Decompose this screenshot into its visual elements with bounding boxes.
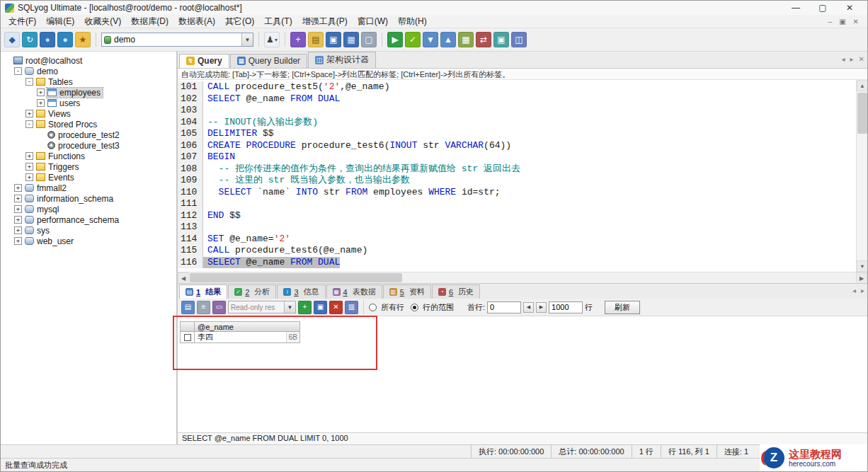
result-tab-history[interactable]: ◔6 历史 bbox=[432, 284, 480, 299]
tab-scroll-left-icon[interactable]: ◂ bbox=[842, 55, 845, 63]
tree-item-functions[interactable]: +Functions bbox=[1, 151, 176, 161]
scroll-left-icon[interactable]: ◀ bbox=[178, 272, 189, 284]
editor-line[interactable]: 101CALL procedure_test5('2',@e_name) bbox=[178, 81, 867, 93]
result-tab-results[interactable]: ▤1 结果 bbox=[179, 284, 227, 299]
editor-line[interactable]: 116SELECT @e_name FROM DUAL bbox=[178, 257, 867, 269]
form-view-icon[interactable]: ▭ bbox=[212, 301, 226, 314]
expand-icon[interactable]: + bbox=[37, 99, 45, 107]
tree-item-table-users[interactable]: +users bbox=[1, 98, 176, 108]
result-tab-objects[interactable]: ▥5 资料 bbox=[383, 284, 431, 299]
tree-item-proc-procedure-test2[interactable]: procedure_test2 bbox=[1, 129, 176, 140]
save-session-icon[interactable]: ● bbox=[57, 32, 73, 47]
row-count-input[interactable] bbox=[549, 301, 583, 313]
user-manager-icon[interactable]: ♟▾ bbox=[264, 32, 280, 47]
tree-item-db-information-schema[interactable]: +information_schema bbox=[1, 193, 176, 204]
mdi-close-icon[interactable]: ✕ bbox=[853, 18, 859, 25]
open-session-icon[interactable]: ● bbox=[40, 32, 55, 47]
menu-item[interactable]: 其它(O) bbox=[220, 15, 259, 28]
explain-query-icon[interactable]: ✓ bbox=[405, 32, 421, 47]
tab-query[interactable]: ↯Query bbox=[179, 54, 229, 68]
editor-line[interactable]: 108 -- 把你传进来的值作为条件，查询出的结果再重新赋值给 str 返回出去 bbox=[178, 163, 867, 175]
open-query-icon[interactable]: ▤ bbox=[308, 32, 324, 47]
expand-icon[interactable]: + bbox=[14, 226, 22, 234]
save-query-icon[interactable]: ▣ bbox=[326, 32, 341, 47]
new-query-icon[interactable]: + bbox=[290, 32, 306, 47]
tab-scroll-right-icon[interactable]: ▸ bbox=[861, 287, 864, 294]
expand-icon[interactable]: + bbox=[25, 163, 33, 171]
mdi-minimize-icon[interactable]: – bbox=[828, 18, 833, 25]
expand-icon[interactable]: + bbox=[25, 110, 33, 117]
row-select-cell[interactable] bbox=[180, 332, 194, 343]
menu-item[interactable]: 文件(F) bbox=[4, 15, 41, 28]
tab-schema-designer[interactable]: ◫架构设计器 bbox=[308, 52, 376, 68]
editor-line[interactable]: 103 bbox=[178, 105, 867, 117]
spin-right-icon[interactable]: ▶ bbox=[536, 302, 547, 313]
maximize-icon[interactable]: ▢ bbox=[818, 3, 828, 13]
menu-item[interactable]: 帮助(H) bbox=[393, 15, 432, 28]
copy-icon[interactable]: ▢ bbox=[361, 32, 377, 47]
tree-item-stored-procs[interactable]: -Stored Procs bbox=[1, 119, 176, 129]
scroll-down-icon[interactable]: ▼ bbox=[857, 260, 867, 272]
expand-icon[interactable]: + bbox=[37, 88, 45, 96]
menu-item[interactable]: 数据表(A) bbox=[173, 15, 220, 28]
insert-row-icon[interactable]: + bbox=[298, 301, 312, 314]
editor-line[interactable]: 107BEGIN bbox=[178, 151, 867, 163]
expand-icon[interactable]: + bbox=[14, 184, 22, 192]
sql-editor[interactable]: 101CALL procedure_test5('2',@e_name)102S… bbox=[178, 80, 867, 272]
database-select[interactable]: demo ▼ bbox=[101, 33, 253, 47]
scroll-right-icon[interactable]: ▶ bbox=[856, 272, 867, 284]
favorites-icon[interactable]: ★ bbox=[75, 32, 91, 47]
tab-scroll-right-icon[interactable]: ▸ bbox=[850, 55, 854, 63]
collapse-icon[interactable]: - bbox=[25, 120, 33, 128]
new-connection-icon[interactable]: ◆ bbox=[4, 32, 20, 47]
tree-item-table-employees[interactable]: +employees bbox=[1, 87, 176, 98]
menu-item[interactable]: 收藏夹(V) bbox=[79, 15, 126, 28]
editor-line[interactable]: 113 bbox=[178, 221, 867, 234]
delete-row-icon[interactable]: ✕ bbox=[329, 301, 343, 314]
text-view-icon[interactable]: ≡ bbox=[197, 301, 210, 314]
menu-item[interactable]: 增强工具(P) bbox=[297, 15, 353, 28]
editor-line[interactable]: 106CREATE PROCEDURE procedure_test6(INOU… bbox=[178, 140, 867, 152]
editor-line[interactable]: 102SELECT @e_name FROM DUAL bbox=[178, 93, 867, 105]
first-row-input[interactable] bbox=[487, 301, 521, 313]
expand-icon[interactable]: + bbox=[14, 237, 22, 245]
menu-item[interactable]: 工具(T) bbox=[259, 15, 297, 28]
refresh-button[interactable]: 刷新 bbox=[605, 301, 640, 314]
column-header[interactable]: @e_name bbox=[194, 321, 300, 332]
editor-line[interactable]: 111 bbox=[178, 198, 867, 210]
result-tab-table-data[interactable]: ▦4 表数据 bbox=[326, 284, 382, 299]
spin-left-icon[interactable]: ◀ bbox=[523, 302, 534, 313]
editor-line[interactable]: 115CALL procedure_test6(@e_name) bbox=[178, 245, 867, 257]
tab-query-builder[interactable]: ▦Query Builder bbox=[230, 54, 307, 68]
chevron-down-icon[interactable]: ▼ bbox=[284, 301, 295, 313]
result-tab-profiler[interactable]: ✓2 分析 bbox=[228, 284, 276, 299]
editor-line[interactable]: 109 -- 这里的 str 既当输入参数，也当输出参数 bbox=[178, 175, 867, 187]
save-all-icon[interactable]: ▦ bbox=[343, 32, 359, 47]
dropdown-caret-icon[interactable]: ▾ bbox=[275, 37, 278, 43]
menu-item[interactable]: 数据库(D) bbox=[126, 15, 173, 28]
tree-item-proc-procedure-test3[interactable]: procedure_test3 bbox=[1, 140, 176, 151]
menu-item[interactable]: 窗口(W) bbox=[353, 15, 393, 28]
tree-item-root-localhost[interactable]: root@localhost bbox=[1, 55, 176, 66]
menu-item[interactable]: 编辑(E) bbox=[41, 15, 79, 28]
result-tab-messages[interactable]: i3 信息 bbox=[277, 284, 325, 299]
editor-horizontal-scrollbar[interactable]: ◀ ▶ bbox=[178, 272, 867, 283]
editor-line[interactable]: 110 SELECT `name` INTO str FROM employee… bbox=[178, 187, 867, 199]
chevron-down-icon[interactable]: ▼ bbox=[241, 33, 253, 46]
tree-item-db-mysql[interactable]: +mysql bbox=[1, 204, 176, 214]
result-mode-select[interactable]: Read-only res ▼ bbox=[228, 301, 296, 313]
row-range-radio[interactable] bbox=[411, 304, 418, 311]
editor-line[interactable]: 104-- INOUT(输入输出参数) bbox=[178, 117, 867, 129]
all-rows-radio[interactable] bbox=[369, 304, 377, 311]
editor-vertical-scrollbar[interactable]: ▲ ▼ bbox=[856, 80, 867, 272]
mdi-restore-icon[interactable]: ▣ bbox=[839, 18, 845, 25]
import-icon[interactable]: ▼ bbox=[423, 32, 438, 47]
expand-icon[interactable]: + bbox=[14, 205, 22, 213]
refresh-object-browser-icon[interactable]: ↻ bbox=[22, 32, 38, 47]
expand-icon[interactable]: + bbox=[14, 195, 22, 202]
tab-close-icon[interactable]: ✕ bbox=[859, 55, 864, 63]
expand-icon[interactable]: + bbox=[14, 216, 22, 224]
export-icon[interactable]: ▲ bbox=[440, 32, 456, 47]
row-checkbox[interactable] bbox=[184, 334, 191, 341]
tab-scroll-left-icon[interactable]: ◂ bbox=[852, 287, 856, 294]
